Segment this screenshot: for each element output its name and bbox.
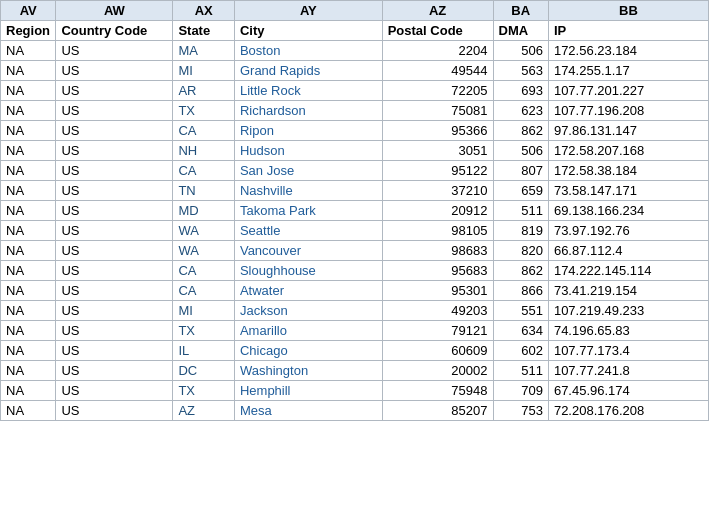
- table-cell: NA: [1, 381, 56, 401]
- table-cell: 72.208.176.208: [548, 401, 708, 421]
- table-cell: NA: [1, 161, 56, 181]
- table-cell: 862: [493, 121, 548, 141]
- field-dma: DMA: [493, 21, 548, 41]
- table-cell: US: [56, 221, 173, 241]
- table-cell: 97.86.131.147: [548, 121, 708, 141]
- table-row: NAUSTXRichardson75081623107.77.196.208: [1, 101, 709, 121]
- table-cell: US: [56, 181, 173, 201]
- table-cell: 506: [493, 141, 548, 161]
- table-cell: 174.255.1.17: [548, 61, 708, 81]
- table-cell: US: [56, 61, 173, 81]
- table-cell: NA: [1, 321, 56, 341]
- table-cell: Atwater: [234, 281, 382, 301]
- table-cell: 634: [493, 321, 548, 341]
- table-row: NAUSWAVancouver9868382066.87.112.4: [1, 241, 709, 261]
- table-cell: 79121: [382, 321, 493, 341]
- table-cell: Grand Rapids: [234, 61, 382, 81]
- table-cell: NA: [1, 281, 56, 301]
- table-row: NAUSMDTakoma Park2091251169.138.166.234: [1, 201, 709, 221]
- table-cell: 172.58.207.168: [548, 141, 708, 161]
- table-cell: NA: [1, 221, 56, 241]
- table-row: NAUSAZMesa8520775372.208.176.208: [1, 401, 709, 421]
- table-cell: 60609: [382, 341, 493, 361]
- table-row: NAUSMIJackson49203551107.219.49.233: [1, 301, 709, 321]
- table-cell: 98105: [382, 221, 493, 241]
- table-cell: TX: [173, 321, 235, 341]
- table-cell: US: [56, 261, 173, 281]
- table-cell: Hemphill: [234, 381, 382, 401]
- table-cell: Jackson: [234, 301, 382, 321]
- table-cell: Washington: [234, 361, 382, 381]
- table-cell: NA: [1, 261, 56, 281]
- table-cell: 20002: [382, 361, 493, 381]
- table-cell: TX: [173, 101, 235, 121]
- table-cell: 67.45.96.174: [548, 381, 708, 401]
- table-row: NAUSTNNashville3721065973.58.147.171: [1, 181, 709, 201]
- table-cell: MA: [173, 41, 235, 61]
- table-cell: 819: [493, 221, 548, 241]
- col-ay-header: AY: [234, 1, 382, 21]
- table-cell: CA: [173, 281, 235, 301]
- table-cell: NA: [1, 41, 56, 61]
- table-cell: 73.41.219.154: [548, 281, 708, 301]
- table-cell: 72205: [382, 81, 493, 101]
- table-cell: 20912: [382, 201, 493, 221]
- table-cell: 172.56.23.184: [548, 41, 708, 61]
- table-cell: Hudson: [234, 141, 382, 161]
- col-ba-header: BA: [493, 1, 548, 21]
- table-cell: US: [56, 301, 173, 321]
- table-cell: NH: [173, 141, 235, 161]
- table-row: NAUSMABoston2204506172.56.23.184: [1, 41, 709, 61]
- table-cell: CA: [173, 121, 235, 141]
- table-cell: San Jose: [234, 161, 382, 181]
- table-cell: 95122: [382, 161, 493, 181]
- table-cell: 2204: [382, 41, 493, 61]
- table-cell: 66.87.112.4: [548, 241, 708, 261]
- field-country-code: Country Code: [56, 21, 173, 41]
- table-cell: US: [56, 101, 173, 121]
- table-cell: US: [56, 241, 173, 261]
- table-cell: 709: [493, 381, 548, 401]
- field-postal-code: Postal Code: [382, 21, 493, 41]
- table-cell: 107.77.173.4: [548, 341, 708, 361]
- table-cell: 693: [493, 81, 548, 101]
- table-cell: TN: [173, 181, 235, 201]
- table-cell: NA: [1, 401, 56, 421]
- table-cell: Boston: [234, 41, 382, 61]
- table-cell: MI: [173, 301, 235, 321]
- table-cell: IL: [173, 341, 235, 361]
- table-cell: NA: [1, 141, 56, 161]
- table-row: NAUSCAAtwater9530186673.41.219.154: [1, 281, 709, 301]
- table-cell: Ripon: [234, 121, 382, 141]
- table-cell: 37210: [382, 181, 493, 201]
- table-cell: WA: [173, 221, 235, 241]
- field-state: State: [173, 21, 235, 41]
- table-cell: 172.58.38.184: [548, 161, 708, 181]
- table-cell: 602: [493, 341, 548, 361]
- table-cell: US: [56, 161, 173, 181]
- col-az-header: AZ: [382, 1, 493, 21]
- field-region: Region: [1, 21, 56, 41]
- table-cell: 511: [493, 201, 548, 221]
- field-ip: IP: [548, 21, 708, 41]
- table-cell: 69.138.166.234: [548, 201, 708, 221]
- table-cell: 563: [493, 61, 548, 81]
- table-cell: Nashville: [234, 181, 382, 201]
- table-body: Region Country Code State City Postal Co…: [1, 21, 709, 421]
- table-cell: 866: [493, 281, 548, 301]
- table-cell: US: [56, 381, 173, 401]
- table-cell: Little Rock: [234, 81, 382, 101]
- table-cell: DC: [173, 361, 235, 381]
- table-row: NAUSTXHemphill7594870967.45.96.174: [1, 381, 709, 401]
- table-cell: 98683: [382, 241, 493, 261]
- table-cell: NA: [1, 201, 56, 221]
- table-cell: US: [56, 41, 173, 61]
- table-cell: 75081: [382, 101, 493, 121]
- table-cell: NA: [1, 101, 56, 121]
- col-aw-header: AW: [56, 1, 173, 21]
- table-row: NAUSARLittle Rock72205693107.77.201.227: [1, 81, 709, 101]
- table-cell: 511: [493, 361, 548, 381]
- table-cell: Chicago: [234, 341, 382, 361]
- table-cell: 174.222.145.114: [548, 261, 708, 281]
- table-cell: US: [56, 201, 173, 221]
